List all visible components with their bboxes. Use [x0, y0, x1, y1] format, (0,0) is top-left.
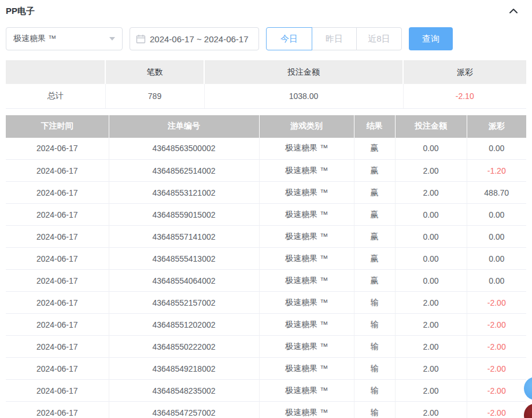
- bet-amount-cell: 0.00: [395, 248, 467, 270]
- order-no-cell: 43648559015002: [109, 204, 259, 226]
- result-cell: 赢: [354, 248, 395, 270]
- panel-header: PP电子: [0, 0, 532, 21]
- table-row: 2024-06-1743648557141002极速糖果 ™赢0.000.00: [6, 226, 526, 248]
- summary-total-row: 总计 789 1038.00 -2.10: [6, 84, 526, 108]
- date-range-input[interactable]: 2024-06-17 ~ 2024-06-17: [130, 27, 259, 50]
- payout-cell: 488.70: [467, 182, 526, 204]
- table-row: 2024-06-1743648553121002极速糖果 ™赢2.00488.7…: [6, 182, 526, 204]
- quick-date-button-group: 今日 昨日 近8日: [266, 27, 402, 50]
- query-button[interactable]: 查询: [409, 27, 453, 50]
- game-type-cell: 极速糖果 ™: [259, 314, 354, 336]
- game-type-cell: 极速糖果 ™: [259, 358, 354, 380]
- bet-time-cell: 2024-06-17: [6, 358, 109, 380]
- today-button[interactable]: 今日: [266, 27, 312, 50]
- payout-cell: 0.00: [467, 226, 526, 248]
- chevron-up-icon[interactable]: [507, 4, 520, 18]
- result-cell: 赢: [354, 226, 395, 248]
- date-range-value: 2024-06-17 ~ 2024-06-17: [150, 34, 249, 44]
- bet-amount-cell: 2.00: [395, 160, 467, 182]
- bet-amount-cell: 2.00: [395, 380, 467, 402]
- summary-header-bet-amount: 投注金额: [204, 60, 403, 84]
- payout-cell: 0.00: [467, 248, 526, 270]
- records-header-row: 下注时间 注单编号 游戏类别 结果 投注金额 派彩: [6, 115, 526, 138]
- table-row: 2024-06-1743648552157002极速糖果 ™输2.00-2.00: [6, 292, 526, 314]
- bet-amount-cell: 2.00: [395, 358, 467, 380]
- summary-total-payout: -2.10: [403, 84, 526, 108]
- yesterday-button[interactable]: 昨日: [312, 27, 357, 50]
- bet-time-cell: 2024-06-17: [6, 380, 109, 402]
- result-cell: 输: [354, 336, 395, 358]
- payout-cell: 0.00: [467, 138, 526, 160]
- order-no-cell: 43648553121002: [109, 182, 259, 204]
- header-bet-time: 下注时间: [6, 115, 109, 138]
- result-cell: 输: [354, 292, 395, 314]
- payout-cell: -2.00: [467, 402, 526, 418]
- header-bet-amount: 投注金额: [395, 115, 467, 138]
- payout-cell: -2.00: [467, 292, 526, 314]
- result-cell: 输: [354, 358, 395, 380]
- bet-amount-cell: 0.00: [395, 204, 467, 226]
- order-no-cell: 43648562514002: [109, 160, 259, 182]
- order-no-cell: 43648549218002: [109, 358, 259, 380]
- result-cell: 赢: [354, 270, 395, 292]
- chevron-down-icon: [109, 37, 115, 41]
- calendar-icon: [136, 34, 146, 44]
- result-cell: 输: [354, 402, 395, 418]
- summary-total-label: 总计: [6, 84, 105, 108]
- bet-amount-cell: 2.00: [395, 402, 467, 418]
- order-no-cell: 43648557141002: [109, 226, 259, 248]
- summary-header-row: 笔数 投注金额 派彩: [6, 60, 526, 84]
- summary-table: 笔数 投注金额 派彩 总计 789 1038.00 -2.10: [6, 60, 526, 109]
- payout-cell: -2.00: [467, 380, 526, 402]
- result-cell: 输: [354, 314, 395, 336]
- header-order-no: 注单编号: [109, 115, 259, 138]
- records-table: 下注时间 注单编号 游戏类别 结果 投注金额 派彩 2024-06-174364…: [6, 115, 526, 418]
- bet-time-cell: 2024-06-17: [6, 248, 109, 270]
- order-no-cell: 43648547257002: [109, 402, 259, 418]
- table-row: 2024-06-1743648555413002极速糖果 ™赢0.000.00: [6, 248, 526, 270]
- table-row: 2024-06-1743648551202002极速糖果 ™输2.00-2.00: [6, 314, 526, 336]
- game-type-cell: 极速糖果 ™: [259, 182, 354, 204]
- payout-cell: -2.00: [467, 336, 526, 358]
- table-row: 2024-06-1743648548235002极速糖果 ™输2.00-2.00: [6, 380, 526, 402]
- bet-time-cell: 2024-06-17: [6, 402, 109, 418]
- game-type-cell: 极速糖果 ™: [259, 402, 354, 418]
- order-no-cell: 43648551202002: [109, 314, 259, 336]
- order-no-cell: 43648548235002: [109, 380, 259, 402]
- table-row: 2024-06-1743648559015002极速糖果 ™赢0.000.00: [6, 204, 526, 226]
- summary-header-empty: [6, 60, 105, 84]
- bet-time-cell: 2024-06-17: [6, 226, 109, 248]
- order-no-cell: 43648550222002: [109, 336, 259, 358]
- last-8-days-button[interactable]: 近8日: [356, 27, 402, 50]
- game-type-cell: 极速糖果 ™: [259, 138, 354, 160]
- payout-cell: -1.20: [467, 160, 526, 182]
- game-type-cell: 极速糖果 ™: [259, 248, 354, 270]
- bet-amount-cell: 2.00: [395, 182, 467, 204]
- result-cell: 输: [354, 380, 395, 402]
- game-select[interactable]: 极速糖果 ™: [6, 27, 123, 50]
- bet-amount-cell: 2.00: [395, 292, 467, 314]
- result-cell: 赢: [354, 160, 395, 182]
- result-cell: 赢: [354, 204, 395, 226]
- bet-time-cell: 2024-06-17: [6, 160, 109, 182]
- game-type-cell: 极速糖果 ™: [259, 204, 354, 226]
- table-row: 2024-06-1743648563500002极速糖果 ™赢0.000.00: [6, 138, 526, 160]
- bet-amount-cell: 2.00: [395, 336, 467, 358]
- filter-bar: 极速糖果 ™ 2024-06-17 ~ 2024-06-17 今日 昨日 近8日…: [6, 27, 526, 50]
- game-type-cell: 极速糖果 ™: [259, 292, 354, 314]
- payout-cell: 0.00: [467, 204, 526, 226]
- payout-cell: -2.00: [467, 314, 526, 336]
- bet-amount-cell: 0.00: [395, 270, 467, 292]
- bet-amount-cell: 0.00: [395, 138, 467, 160]
- summary-header-count: 笔数: [105, 60, 204, 84]
- game-type-cell: 极速糖果 ™: [259, 226, 354, 248]
- order-no-cell: 43648555413002: [109, 248, 259, 270]
- header-game-type: 游戏类别: [259, 115, 354, 138]
- header-payout: 派彩: [467, 115, 526, 138]
- summary-total-bet-amount: 1038.00: [204, 84, 403, 108]
- bet-time-cell: 2024-06-17: [6, 182, 109, 204]
- order-no-cell: 43648554064002: [109, 270, 259, 292]
- bet-time-cell: 2024-06-17: [6, 138, 109, 160]
- game-type-cell: 极速糖果 ™: [259, 336, 354, 358]
- bet-amount-cell: 0.00: [395, 226, 467, 248]
